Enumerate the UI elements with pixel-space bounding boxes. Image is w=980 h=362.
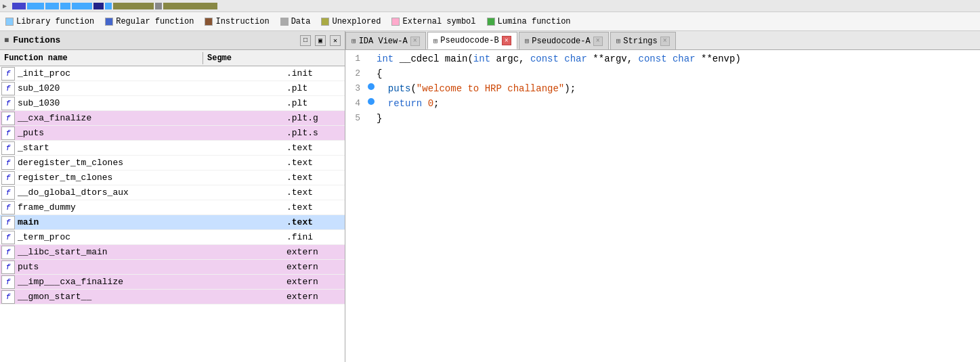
function-row-__do_global_dtors_aux[interactable]: f__do_global_dtors_aux.text (0, 185, 345, 200)
function-row-deregister_tm_clones[interactable]: fderegister_tm_clones.text (0, 156, 345, 171)
legend-item-instruction: Instruction (205, 17, 269, 26)
function-row-__cxa_finalize[interactable]: f__cxa_finalize.plt.g (0, 111, 345, 126)
legend-item-library: Library function (5, 17, 94, 26)
line-code: { (377, 68, 980, 79)
function-name: sub_1020 (15, 83, 284, 93)
tab-label: Pseudocode-A (532, 37, 590, 46)
tab-close-button[interactable]: × (410, 37, 420, 46)
function-segment: .plt (284, 83, 345, 93)
function-segment: extern (284, 247, 345, 257)
line-number: 4 (345, 98, 366, 108)
function-row-_start[interactable]: f_start.text (0, 141, 345, 156)
function-row-sub_1030[interactable]: fsub_1030.plt (0, 96, 345, 111)
line-number: 5 (345, 113, 366, 123)
tab-strings[interactable]: ⊞Strings× (610, 32, 676, 49)
code-area[interactable]: 1int __cdecl main(int argc, const char *… (345, 50, 980, 362)
code-line-1: 1int __cdecl main(int argc, const char *… (345, 53, 980, 68)
code-line-2: 2{ (345, 68, 980, 83)
functions-panel: ■ Functions □ ▣ ✕ Function name Segme f_… (0, 31, 345, 362)
function-row-_init_proc[interactable]: f_init_proc.init (0, 66, 345, 81)
function-row-_term_proc[interactable]: f_term_proc.fini (0, 230, 345, 245)
tab-icon: ⊞ (616, 37, 621, 45)
line-number: 1 (345, 53, 366, 64)
tab-icon: ⊞ (525, 37, 530, 45)
function-name: _init_proc (15, 68, 284, 78)
legend-bar: Library function Regular function Instru… (0, 12, 980, 31)
legend-color-lumina (487, 18, 495, 26)
function-icon: f (1, 275, 15, 289)
function-name: _term_proc (15, 232, 284, 242)
tab-pseudocode-b[interactable]: ⊞Pseudocode-B× (427, 32, 517, 49)
function-icon: f (1, 290, 15, 304)
function-row-__gmon_start__[interactable]: f__gmon_start__extern (0, 290, 345, 304)
function-segment: .plt.g (284, 113, 345, 123)
tab-close-button[interactable]: × (502, 36, 511, 45)
float-button[interactable]: ▣ (315, 35, 326, 46)
line-number: 3 (345, 83, 366, 93)
tab-label: Strings (623, 37, 657, 46)
legend-label-unexplored: Unexplored (332, 17, 381, 26)
restore-button[interactable]: □ (300, 35, 311, 46)
function-name: _start (15, 143, 284, 153)
minimap-seg (12, 3, 26, 9)
minimap-segments (12, 3, 217, 9)
code-panel: ⊞IDA View-A×⊞Pseudocode-B×⊞Pseudocode-A×… (345, 31, 980, 362)
function-segment: extern (284, 277, 345, 287)
code-line-4: 4 return 0; (345, 97, 980, 112)
tab-ida-view-a[interactable]: ⊞IDA View-A× (345, 32, 426, 49)
function-row-puts[interactable]: fputsextern (0, 260, 345, 275)
function-row-sub_1020[interactable]: fsub_1020.plt (0, 81, 345, 96)
function-icon: f (1, 127, 15, 140)
minimap-seg (60, 3, 70, 9)
line-number: 2 (345, 68, 366, 78)
function-segment: .plt.s (284, 128, 345, 138)
function-segment: .text (284, 217, 345, 227)
legend-label-instruction: Instruction (215, 17, 269, 26)
line-dot (366, 83, 377, 90)
function-segment: .text (284, 158, 345, 168)
line-code: } (377, 113, 980, 124)
tab-pseudocode-a[interactable]: ⊞Pseudocode-A× (519, 32, 609, 49)
close-panel-button[interactable]: ✕ (330, 35, 341, 46)
function-icon: f (1, 171, 15, 185)
minimap-seg (113, 3, 154, 9)
function-name: deregister_tm_clones (15, 158, 284, 168)
function-row-frame_dummy[interactable]: fframe_dummy.text (0, 200, 345, 215)
legend-color-unexplored (321, 18, 329, 26)
function-name: puts (15, 262, 284, 272)
function-name: frame_dummy (15, 202, 284, 212)
function-icon: f (1, 261, 15, 274)
function-icon: f (1, 112, 15, 125)
function-row-__libc_start_main[interactable]: f__libc_start_mainextern (0, 245, 345, 260)
legend-label-lumina: Lumina function (498, 17, 571, 26)
function-name: __imp___cxa_finalize (15, 277, 284, 287)
function-name: main (15, 217, 284, 227)
tab-icon: ⊞ (433, 37, 438, 45)
function-name: __libc_start_main (15, 247, 284, 257)
col-segment: Segme (203, 52, 236, 64)
tab-close-button[interactable]: × (593, 37, 603, 46)
code-line-5: 5} (345, 112, 980, 127)
minimap-seg (163, 3, 217, 9)
legend-item-data: Data (280, 17, 311, 26)
function-row-register_tm_clones[interactable]: fregister_tm_clones.text (0, 171, 345, 185)
minimap-seg (45, 3, 59, 9)
functions-icon: ■ (4, 36, 9, 45)
function-row-__imp___cxa_finalize[interactable]: f__imp___cxa_finalizeextern (0, 275, 345, 290)
col-function-name: Function name (0, 52, 203, 64)
function-row-main[interactable]: fmain.text (0, 215, 345, 230)
functions-list[interactable]: f_init_proc.initfsub_1020.pltfsub_1030.p… (0, 66, 345, 362)
legend-color-instruction (205, 18, 213, 26)
legend-label-external: External symbol (402, 17, 475, 26)
function-name: __gmon_start__ (15, 292, 284, 302)
tab-close-button[interactable]: × (660, 37, 670, 46)
function-row-_puts[interactable]: f_puts.plt.s (0, 126, 345, 141)
legend-color-external (391, 18, 400, 26)
legend-label-library: Library function (16, 17, 94, 26)
function-name: sub_1030 (15, 98, 284, 108)
function-icon: f (1, 246, 15, 259)
function-icon: f (1, 141, 15, 155)
function-segment: .fini (284, 232, 345, 242)
function-icon: f (1, 186, 15, 200)
function-segment: .plt (284, 98, 345, 108)
